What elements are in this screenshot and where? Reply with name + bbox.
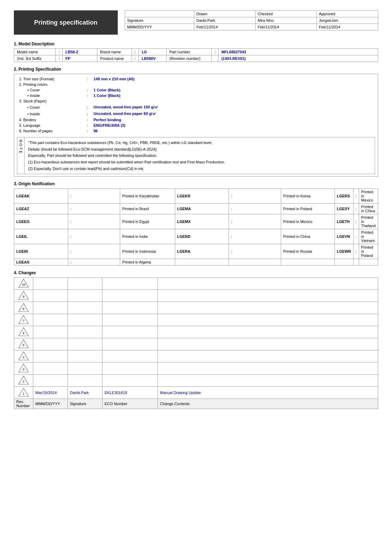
svg-text:8: 8 (23, 307, 24, 311)
model-name-value: LB58-Z (63, 49, 97, 55)
origin-code: LGEVN (335, 229, 353, 244)
origin-code: LGEMX (175, 214, 229, 229)
checked-date: Feb/11/2014 (255, 24, 317, 30)
brand-name-label: Brand name (97, 49, 132, 55)
change-contents (158, 290, 378, 302)
spec-row: 2. Printing colors (17, 82, 375, 87)
inside-label: • Inside (17, 93, 86, 98)
footer-cell: MMM/DD/YYY (33, 399, 68, 409)
rev-number-cell: 9 (14, 290, 33, 302)
change-date (33, 278, 68, 290)
table-row: LGEAZ : Printed in Brazil LGEMA : Printe… (14, 204, 378, 214)
eco-number (103, 350, 158, 363)
origin-code: LGEKR (175, 189, 229, 204)
svg-text:6: 6 (23, 331, 24, 335)
origin-code: LGEEG (14, 214, 68, 229)
section1-title: 1. Model Description (14, 42, 378, 46)
origin-code: LGEIL (14, 229, 68, 244)
table-row: 10 (14, 278, 378, 290)
pages-label: 6. Number of pages (17, 128, 86, 134)
change-signature (68, 375, 103, 387)
section4: 4. Changes 10 9 8 7 6 5 4 3 2 1 Mar/19/2… (14, 270, 378, 409)
header-info: Drawn Checked Approved Signature Danbi.P… (125, 10, 378, 35)
eco-number (103, 314, 158, 326)
bindery-value: Perfect binding (91, 117, 375, 123)
table-row: LGEAS : Printed in Algeria (14, 259, 378, 266)
origin-val: Printed in Mexico (359, 189, 378, 204)
change-date (33, 363, 68, 375)
svg-text:5: 5 (23, 343, 24, 347)
approved-signature: Jongok.kim (317, 17, 378, 24)
inside-colors-value: 1 Color (Black) (91, 93, 375, 98)
origin-val: Printed in Brazil (120, 204, 175, 214)
suffix-value: FP (63, 55, 97, 62)
change-contents (158, 326, 378, 338)
change-date (33, 326, 68, 338)
table-row: 5 (14, 338, 378, 350)
eco-number (103, 278, 158, 290)
spec-row: 1. Trim size (Format) : 148 mm x 210 mm … (17, 76, 375, 82)
section2: 2. Printing Specification 1. Trim size (… (14, 67, 378, 177)
spec-row: • Cover : 1 Color (Black) (17, 87, 375, 93)
cover-colors-value: 1 Color (Black) (91, 87, 375, 93)
change-contents (158, 314, 378, 326)
table-row: 6 (14, 326, 378, 338)
origin-val: Printed in Kazakhstan (120, 189, 175, 204)
cover-stock-value: Uncoated, wood-free paper 150 g/㎡ (91, 104, 375, 110)
change-signature (68, 290, 103, 302)
model-name-label: Model name (14, 49, 56, 55)
origin-code: LGEAK (14, 189, 68, 204)
stock-label: 3. Stock (Paper) (17, 98, 86, 104)
origin-code: LGERS (335, 189, 353, 204)
col-checked: Checked (255, 11, 317, 17)
eco-number (103, 302, 158, 314)
change-signature (68, 326, 103, 338)
footer-cell: Rev. Number (14, 399, 33, 409)
section3: 3. Origin Notification LGEAK : Printed i… (14, 181, 378, 266)
table-row: 4 (14, 350, 378, 363)
revision-label: (Revision number) (167, 55, 212, 62)
svg-text:10: 10 (22, 283, 25, 286)
spec-inner-table: 1. Trim size (Format) : 148 mm x 210 mm … (17, 76, 375, 134)
table-row: 9 (14, 290, 378, 302)
origin-val: Printed in Korea (281, 189, 335, 204)
origin-code: LGEWR (335, 244, 353, 259)
col-drawn: Drawn (194, 11, 256, 17)
eco-number (103, 363, 158, 375)
cover-label: • Cover (17, 87, 86, 93)
change-contents (158, 375, 378, 387)
date-label: MMM/DD/YYY (125, 24, 194, 30)
svg-text:2: 2 (23, 380, 24, 383)
language-label: 5. Language (17, 123, 86, 128)
eco-number (103, 290, 158, 302)
revision-value: (1403-REV01) (219, 55, 378, 62)
table-row: LGEIN : Printed in Indonesia LGERA : Pri… (14, 244, 378, 259)
eco-number (103, 338, 158, 350)
rev-number-cell: 5 (14, 338, 33, 350)
document-title: Printing specification (14, 10, 118, 35)
change-signature (68, 363, 103, 375)
spec-row: • Cover : Uncoated, wood-free paper 150 … (17, 104, 375, 110)
header: Printing specification Drawn Checked App… (14, 10, 378, 35)
printing-colors-label: 2. Printing colors (17, 82, 86, 87)
eco-number (103, 326, 158, 338)
origin-code: LGERA (175, 244, 229, 259)
drawn-date: Feb/11/2014 (194, 24, 256, 30)
change-signature (68, 338, 103, 350)
title-text: Printing specification (34, 19, 97, 26)
origin-val: Printed in China (281, 229, 335, 244)
change-signature (68, 302, 103, 314)
change-contents (158, 278, 378, 290)
table-row: 7 (14, 314, 378, 326)
change-signature (68, 278, 103, 290)
table-row: Model name : LB58-Z Brand name : LG Part… (14, 49, 378, 55)
footer-cell: Change Contents (158, 399, 378, 409)
section3-title: 3. Origin Notification (14, 181, 378, 186)
model-desc-table: Model name : LB58-Z Brand name : LG Part… (14, 48, 378, 62)
approval-table: Drawn Checked Approved Signature Danbi.P… (125, 10, 378, 30)
spec-row: • Inside : 1 Color (Black) (17, 93, 375, 98)
pages-value: 96 (91, 128, 375, 134)
origin-val: Printed in India (120, 229, 175, 244)
note-content: "This part contains Eco-hazardous substa… (25, 137, 229, 174)
note-line-4: (1) Eco-hazardous substances test report… (28, 159, 225, 166)
